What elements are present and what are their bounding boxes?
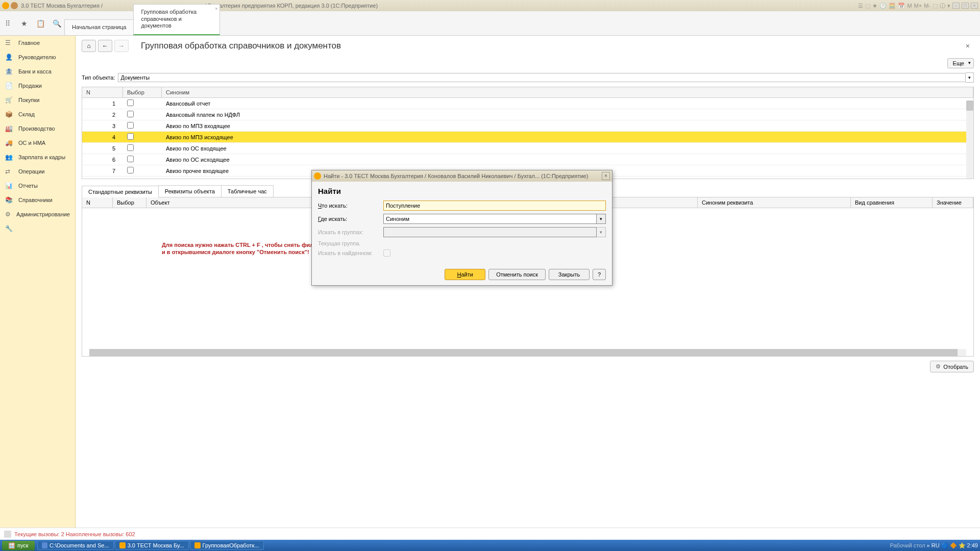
help-button[interactable]: ? (593, 269, 606, 280)
row-checkbox[interactable] (127, 167, 134, 173)
back-button[interactable]: ← (98, 40, 112, 52)
tray-icon[interactable]: ⭐ (959, 542, 966, 549)
horizontal-scrollbar[interactable] (89, 349, 966, 356)
m-plus-indicator[interactable]: М+ (914, 3, 922, 9)
row-checkbox[interactable] (127, 99, 134, 106)
sidebar-item[interactable]: 🏭Производство (0, 121, 75, 136)
titlebar-icon[interactable]: ★ (872, 3, 877, 9)
sidebar-item[interactable]: 📊Отчеты (0, 179, 75, 193)
sidebar-item[interactable]: 📄Продажи (0, 79, 75, 93)
home-button[interactable]: ⌂ (82, 40, 96, 52)
select-button[interactable]: ⚙Отобрать (930, 361, 974, 372)
close-dialog-button[interactable]: Закрыть (549, 269, 590, 280)
find-button[interactable]: Найти (445, 269, 485, 280)
sidebar-item[interactable]: 🔧 (0, 221, 75, 236)
titlebar-icon[interactable]: 📅 (898, 3, 905, 9)
col-synonym[interactable]: Синоним (162, 87, 973, 97)
vertical-scrollbar[interactable] (966, 101, 973, 179)
col2-n[interactable]: N (82, 197, 113, 208)
page-close-icon[interactable]: × (966, 42, 970, 50)
table-row[interactable]: 4Авизо по МПЗ исходящее (82, 132, 973, 143)
sidebar-item[interactable]: 🚚ОС и НМА (0, 136, 75, 150)
titlebar-icon[interactable]: ⬚ (933, 3, 938, 9)
groups-label: Искать в группах: (318, 229, 383, 235)
dropdown-icon[interactable]: ▾ (947, 3, 950, 9)
tab-close-icon[interactable]: × (215, 6, 217, 11)
task-item[interactable]: ГрупповаяОбработк... (190, 541, 264, 550)
favorite-icon[interactable]: ★ (19, 19, 29, 28)
tray-icon[interactable]: 🔶 (950, 542, 957, 549)
search-icon[interactable]: 🔍 (52, 19, 61, 28)
titlebar-icon[interactable]: ⬚ (865, 3, 870, 9)
sidebar-item[interactable]: 👥Зарплата и кадры (0, 150, 75, 164)
sidebar-label: Банк и касса (18, 68, 52, 74)
tab-standard-req[interactable]: Стандартные реквизиты (82, 186, 159, 197)
col2-value[interactable]: Значение (933, 197, 973, 208)
sidebar-label: Справочники (18, 197, 53, 203)
table-row[interactable]: 1Авансовый отчет (82, 98, 973, 109)
m-minus-indicator[interactable]: М- (924, 3, 930, 9)
apps-icon[interactable]: ⠿ (3, 19, 12, 28)
sidebar-item[interactable]: 📚Справочники (0, 193, 75, 207)
where-dropdown-icon[interactable]: ▾ (597, 214, 606, 224)
col-choice[interactable]: Выбор (123, 87, 162, 97)
row-checkbox[interactable] (127, 156, 134, 162)
row-checkbox[interactable] (127, 122, 134, 129)
clipboard-icon[interactable]: 📋 (36, 19, 45, 28)
tray-clock[interactable]: 2:49 (967, 542, 978, 548)
type-dropdown-icon[interactable]: ▾ (966, 72, 974, 83)
row-checkbox[interactable] (127, 111, 134, 117)
dialog-close-icon[interactable]: × (602, 172, 610, 180)
col-n[interactable]: N (82, 87, 123, 97)
statusbar: Текущие вызовы: 2 Накопленные вызовы: 60… (0, 528, 980, 540)
table-row[interactable]: 6Авизо по ОС исходящее (82, 154, 973, 165)
where-input[interactable] (383, 214, 597, 224)
info-icon[interactable]: ⓘ (940, 2, 945, 10)
where-label: Где искать: (318, 216, 383, 222)
forward-button[interactable]: → (114, 40, 129, 52)
sidebar-item[interactable]: 👤Руководителю (0, 50, 75, 64)
titlebar-icon[interactable]: ☰ (858, 3, 863, 9)
minimize-button[interactable]: – (952, 3, 960, 9)
col2-compare[interactable]: Вид сравнения (851, 197, 933, 208)
tab-object-req[interactable]: Реквизиты объекта (158, 185, 222, 197)
col2-syn-req[interactable]: Синоним реквизита (698, 197, 851, 208)
what-input[interactable] (383, 201, 606, 211)
tab-table-parts[interactable]: Табличные час (221, 185, 274, 197)
row-checkbox[interactable] (127, 144, 134, 151)
sidebar-label: Администрирование (16, 211, 70, 217)
sidebar-label: Производство (18, 126, 55, 132)
table-row[interactable]: 5Авизо по ОС входящее (82, 143, 973, 154)
dialog-icon (314, 172, 321, 180)
sidebar-icon: 📦 (5, 111, 14, 118)
start-button[interactable]: 🪟пуск (2, 541, 35, 550)
task-item[interactable]: C:\Documents and Se... (37, 541, 114, 550)
col2-choice[interactable]: Выбор (113, 197, 146, 208)
sidebar-item[interactable]: 📦Склад (0, 107, 75, 121)
task-item[interactable]: 3.0 ТЕСТ Москва Бу... (115, 541, 189, 550)
close-button[interactable]: × (971, 3, 978, 9)
tray-icon[interactable]: 🔵 (941, 542, 948, 549)
page-title: Групповая обработка справочников и докум… (141, 41, 341, 51)
sidebar-item[interactable]: 🏦Банк и касса (0, 64, 75, 79)
cancel-search-button[interactable]: Отменить поиск (488, 269, 546, 280)
titlebar-icon[interactable]: 🧮 (889, 3, 896, 9)
maximize-button[interactable]: □ (962, 3, 969, 9)
more-button[interactable]: Еще (947, 58, 974, 68)
tab-home[interactable]: Начальная страница (64, 19, 134, 35)
sidebar-item[interactable]: ☰Главное (0, 36, 75, 50)
table-row[interactable]: 2Авансовый платеж по НДФЛ (82, 109, 973, 120)
tab-group-processing[interactable]: Групповая обработка справочников и докум… (133, 4, 220, 35)
tray-lang[interactable]: RU (932, 542, 940, 548)
type-select[interactable]: Документы (118, 73, 966, 82)
m-indicator[interactable]: М (907, 3, 912, 9)
sidebar-item[interactable]: ⚙Администрирование (0, 207, 75, 221)
row-checkbox[interactable] (127, 133, 134, 140)
sidebar-item[interactable]: 🛒Покупки (0, 93, 75, 107)
tray-arrow-icon[interactable]: » (927, 542, 930, 548)
table-row[interactable]: 3Авизо по МПЗ входящее (82, 120, 973, 132)
sidebar-item[interactable]: ⇄Операции (0, 164, 75, 179)
tray-desktop[interactable]: Рабочий стол (890, 542, 925, 548)
titlebar-icon[interactable]: 🕐 (879, 3, 887, 9)
groups-dropdown-icon: ▾ (597, 227, 606, 237)
